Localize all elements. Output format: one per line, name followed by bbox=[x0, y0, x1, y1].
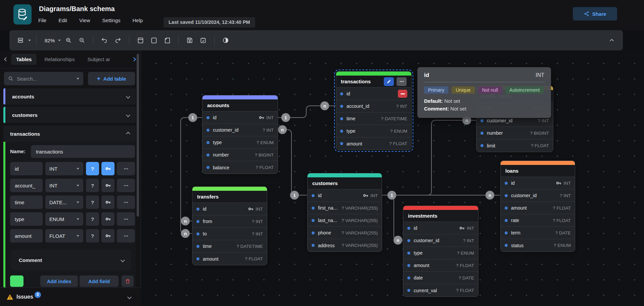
table-field-customer-id[interactable]: customer_id? INT bbox=[501, 189, 575, 202]
share-button[interactable]: Share bbox=[573, 7, 617, 20]
search-input[interactable] bbox=[17, 76, 67, 82]
field-type-select[interactable]: FLOAT bbox=[45, 229, 83, 243]
zoom-level[interactable]: 82% bbox=[45, 38, 55, 43]
table-field-type[interactable]: type? ENUM bbox=[202, 136, 278, 149]
table-field-from[interactable]: from? INT bbox=[192, 215, 267, 228]
table-field-first-na-[interactable]: first_na...? VARCHAR(255) bbox=[308, 202, 382, 214]
todo-button[interactable] bbox=[197, 35, 209, 46]
primary-key-toggle[interactable] bbox=[101, 179, 114, 192]
menu-item-file[interactable]: File bbox=[38, 17, 46, 23]
tabs-prev-icon[interactable] bbox=[4, 57, 8, 61]
add-field-button[interactable]: Add field bbox=[80, 275, 119, 287]
field-name-input[interactable]: type bbox=[10, 212, 43, 226]
redo-button[interactable] bbox=[112, 35, 124, 46]
table-field-number[interactable]: number? BIGINT bbox=[476, 127, 553, 139]
table-field-amount[interactable]: amount? FLOAT bbox=[336, 137, 411, 150]
table-field-to[interactable]: to? INT bbox=[192, 228, 267, 240]
field-name-input[interactable]: time bbox=[10, 195, 43, 209]
comment-section[interactable]: Comment bbox=[11, 250, 131, 270]
edit-table-button[interactable] bbox=[384, 77, 394, 86]
table-field-last-na-[interactable]: last_na...? VARCHAR(255) bbox=[308, 214, 382, 227]
table-field-id[interactable]: idINT bbox=[192, 203, 267, 215]
menu-item-view[interactable]: View bbox=[79, 17, 90, 23]
field-type-select[interactable]: DATE... bbox=[45, 195, 83, 209]
menu-item-edit[interactable]: Edit bbox=[58, 17, 67, 23]
table-name-input[interactable] bbox=[31, 145, 135, 158]
field-name-input[interactable]: amount bbox=[10, 229, 43, 243]
sidebar-table-transactions[interactable]: transactions bbox=[3, 126, 136, 142]
table-field-time[interactable]: time? DATETIME bbox=[192, 240, 267, 253]
nullable-toggle[interactable] bbox=[86, 229, 99, 243]
field-type-select[interactable]: INT bbox=[45, 179, 83, 192]
primary-key-toggle[interactable] bbox=[101, 195, 114, 209]
nullable-toggle[interactable] bbox=[86, 212, 99, 226]
table-field-date[interactable]: date? DATE bbox=[403, 272, 478, 284]
field-type-select[interactable]: ENUM bbox=[45, 212, 83, 226]
sidebar-scrollbar[interactable] bbox=[137, 54, 139, 217]
table-field-amount[interactable]: amount? FLOAT bbox=[501, 202, 575, 214]
field-name-input[interactable]: account_ bbox=[10, 179, 43, 192]
table-field-number[interactable]: number? BIGINT bbox=[202, 149, 278, 161]
save-button[interactable] bbox=[184, 35, 195, 46]
table-search[interactable] bbox=[4, 72, 83, 85]
table-investments[interactable]: investmentsidINTcustomer_id? INTtype? EN… bbox=[403, 206, 478, 297]
table-field-term[interactable]: term? DATE bbox=[501, 227, 575, 239]
table-field-amount[interactable]: amount? FLOAT bbox=[403, 259, 478, 272]
delete-field-button[interactable] bbox=[398, 90, 407, 98]
tabs-next-icon[interactable] bbox=[132, 57, 136, 61]
field-options-button[interactable] bbox=[117, 195, 135, 209]
tab-relationships[interactable]: Relationships bbox=[39, 54, 80, 65]
field-options-button[interactable] bbox=[117, 229, 135, 243]
primary-key-toggle[interactable] bbox=[101, 162, 114, 175]
nullable-toggle[interactable] bbox=[86, 179, 99, 192]
table-field-status[interactable]: status? ENUM bbox=[501, 239, 575, 252]
issues-bar[interactable]: Issues 0 bbox=[0, 288, 141, 306]
primary-key-toggle[interactable] bbox=[101, 229, 114, 243]
layout-options-button[interactable] bbox=[15, 35, 26, 46]
nullable-toggle[interactable] bbox=[86, 195, 99, 209]
collapse-toolbar-button[interactable] bbox=[606, 35, 617, 46]
table-field-current-val[interactable]: current_val? FLOAT bbox=[403, 284, 478, 297]
sidebar-table-customers[interactable]: customers bbox=[3, 107, 136, 123]
field-name-input[interactable]: id bbox=[10, 162, 43, 175]
table-accounts[interactable]: accountsidINTcustomer_id? INTtype? ENUMn… bbox=[202, 95, 278, 174]
table-field-customer-id[interactable]: customer_id? INT bbox=[403, 234, 478, 247]
table-field-id[interactable]: idINT bbox=[308, 189, 382, 202]
table-options-button[interactable] bbox=[397, 77, 407, 86]
table-field-balance[interactable]: balance? FLOAT bbox=[202, 161, 278, 174]
table-field-type[interactable]: type? ENUM bbox=[403, 247, 478, 259]
table-field-id[interactable]: idINT bbox=[403, 222, 478, 234]
field-type-select[interactable]: INT bbox=[45, 162, 83, 175]
add-table-tool-button[interactable] bbox=[135, 35, 146, 46]
nullable-toggle[interactable] bbox=[86, 162, 99, 175]
add-index-button[interactable]: Add index bbox=[40, 275, 78, 287]
theme-toggle-button[interactable] bbox=[220, 35, 231, 46]
table-field-limit[interactable]: limit? FLOAT bbox=[476, 139, 553, 152]
app-logo[interactable] bbox=[13, 4, 32, 25]
page-title[interactable]: Diagrams/Bank schema bbox=[39, 5, 115, 13]
sidebar-table-accounts[interactable]: accounts bbox=[3, 88, 136, 104]
add-note-button[interactable] bbox=[162, 35, 173, 46]
table-field-id[interactable]: idINT bbox=[202, 112, 278, 124]
primary-key-toggle[interactable] bbox=[101, 212, 114, 226]
add-table-button[interactable]: Add table bbox=[88, 72, 135, 85]
delete-table-button[interactable] bbox=[122, 275, 134, 287]
table-field-address[interactable]: address? VARCHAR(255) bbox=[308, 239, 382, 252]
table-field-customer-id[interactable]: customer_id? INT bbox=[202, 124, 278, 136]
zoom-in-button[interactable] bbox=[63, 35, 74, 46]
table-transfers[interactable]: transfersidINTfrom? INTto? INTtime? DATE… bbox=[192, 186, 267, 265]
menu-item-settings[interactable]: Settings bbox=[102, 17, 120, 23]
add-area-button[interactable] bbox=[148, 35, 159, 46]
field-options-button[interactable] bbox=[117, 212, 135, 226]
table-field-time[interactable]: time? DATETIME bbox=[336, 113, 411, 125]
table-field-id[interactable]: id bbox=[336, 88, 411, 100]
undo-button[interactable] bbox=[99, 35, 110, 46]
zoom-out-button[interactable] bbox=[76, 35, 88, 46]
field-options-button[interactable] bbox=[117, 179, 135, 192]
table-field-amount[interactable]: amount? FLOAT bbox=[192, 253, 267, 265]
field-options-button[interactable] bbox=[117, 162, 135, 175]
table-loans[interactable]: loansidINTcustomer_id? INTamount? FLOATr… bbox=[500, 161, 575, 252]
table-color-swatch[interactable] bbox=[10, 275, 24, 287]
table-field-type[interactable]: type? ENUM bbox=[336, 125, 411, 137]
tab-tables[interactable]: Tables bbox=[11, 54, 37, 65]
